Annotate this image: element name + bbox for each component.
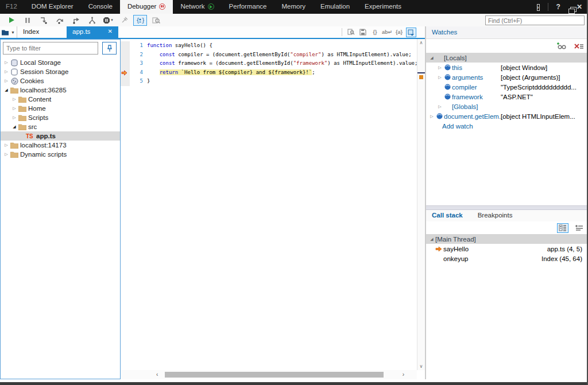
collapsed-expander-icon[interactable]: ▷ <box>11 115 18 120</box>
breakpoint-gutter[interactable] <box>121 50 130 60</box>
top-tab-debugger[interactable]: Debugger <box>120 0 173 14</box>
watch-row-this[interactable]: ▷this[object Window] <box>426 63 588 72</box>
undock-window-button[interactable]: › <box>537 3 540 11</box>
find-in-code-button[interactable] <box>346 28 356 37</box>
collapsed-expander-icon[interactable]: ▷ <box>436 65 443 70</box>
collapsed-expander-icon[interactable]: ▷ <box>3 69 10 74</box>
collapsed-expander-icon[interactable]: ▷ <box>436 75 443 80</box>
scroll-down-icon[interactable]: ∨ <box>417 364 425 369</box>
tree-item-app-ts[interactable]: TSapp.ts <box>1 131 120 141</box>
break-on-new-worker-button[interactable] <box>85 15 99 26</box>
add-watch-button[interactable] <box>556 41 567 51</box>
watch-row-arguments[interactable]: ▷arguments[object (Arguments)] <box>426 72 588 82</box>
collapsed-expander-icon[interactable]: ▷ <box>428 114 435 119</box>
collapsed-expander-icon[interactable]: ▷ <box>3 79 10 83</box>
tree-item-dynamic-scripts[interactable]: ▷Dynamic scripts <box>1 150 120 159</box>
code-line[interactable]: 4 return `Hello from ${compiler} and ${f… <box>121 68 417 77</box>
breakpoint-gutter[interactable] <box>121 77 130 86</box>
collapsed-expander-icon[interactable]: ▷ <box>436 104 443 109</box>
tree-item-local-storage[interactable]: ▷Local Storage <box>1 58 120 67</box>
watch-row-compiler[interactable]: compiler"TypeScriptdddddddddd... <box>426 82 588 92</box>
tree-item-localhost-14173[interactable]: ▷localhost:14173 <box>1 141 120 150</box>
tree-item-scripts[interactable]: ▷Scripts <box>1 113 120 122</box>
top-tab-experiments[interactable]: Experiments <box>357 0 409 14</box>
collapsed-expander-icon[interactable]: ▷ <box>3 143 10 147</box>
tree-item-cookies[interactable]: ▷Cookies <box>1 76 120 85</box>
file-filter-input[interactable] <box>3 42 98 55</box>
breakpoint-gutter[interactable] <box>121 59 130 68</box>
top-tab-console[interactable]: Console <box>81 0 120 14</box>
add-watch-label: Add watch <box>426 123 473 130</box>
file-tab-Index[interactable]: Index <box>17 26 67 38</box>
pretty-print-button[interactable]: {} <box>370 28 380 37</box>
close-tab-icon[interactable]: ✕ <box>108 28 113 38</box>
tree-item-session-storage[interactable]: ▷Session Storage <box>1 67 120 76</box>
code-line[interactable]: 5} <box>121 77 417 86</box>
stack-frame-sayhello[interactable]: sayHelloapp.ts (4, 5) <box>426 244 588 254</box>
tab-call-stack[interactable]: Call stack <box>432 212 463 221</box>
horizontal-scroll-thumb[interactable] <box>165 372 384 378</box>
scroll-right-icon[interactable]: › <box>403 371 404 378</box>
watch-row--locals-[interactable]: ◢[Locals] <box>426 53 588 63</box>
detach-debugger-button[interactable] <box>117 15 131 26</box>
pin-sidebar-button[interactable] <box>102 42 117 55</box>
expanded-expander-icon[interactable]: ◢ <box>11 125 18 129</box>
step-out-button[interactable] <box>69 15 83 26</box>
collapsed-expander-icon[interactable]: ▷ <box>3 152 10 157</box>
expanded-expander-icon[interactable]: ◢ <box>428 237 435 242</box>
collapsed-expander-icon[interactable]: ▷ <box>3 60 10 65</box>
expanded-expander-icon[interactable]: ◢ <box>3 88 10 92</box>
async-call-stacks-button[interactable] <box>573 223 585 233</box>
find-input[interactable] <box>485 15 585 25</box>
breakpoint-gutter[interactable] <box>121 41 130 50</box>
code-line[interactable]: 3 const framework = (document.getElement… <box>121 59 417 68</box>
scroll-left-icon[interactable]: ‹ <box>156 371 158 378</box>
continue-button[interactable] <box>5 15 18 26</box>
tree-item-content[interactable]: ▷Content <box>1 95 120 104</box>
step-over-button[interactable] <box>53 15 67 26</box>
editor-vertical-scrollbar[interactable]: ∧ ∨ <box>417 39 425 370</box>
close-devtools-button[interactable]: ✕ <box>577 3 582 11</box>
word-wrap-button[interactable]: ab↵ <box>382 28 392 37</box>
expanded-expander-icon[interactable]: ◢ <box>428 56 435 60</box>
exception-control-dropdown-icon[interactable]: ▾ <box>111 18 113 22</box>
source-map-toggle-button[interactable] <box>406 28 416 37</box>
tree-item-home[interactable]: ▷Home <box>1 104 120 113</box>
scroll-up-icon[interactable]: ∧ <box>417 40 425 45</box>
show-library-frames-button[interactable] <box>557 223 568 233</box>
top-tab-performance[interactable]: Performance <box>222 0 274 14</box>
tree-item-src[interactable]: ◢src <box>1 122 120 131</box>
exception-control-button[interactable]: ▾ <box>101 15 115 26</box>
collapsed-expander-icon[interactable]: ▷ <box>11 106 18 111</box>
watches-callstack-divider[interactable] <box>426 205 588 210</box>
find-references-button[interactable] <box>149 15 163 26</box>
debug-just-my-code-button[interactable]: {} <box>133 15 147 26</box>
code-editor[interactable]: 1function sayHello() {2 const compiler =… <box>121 39 425 379</box>
tab-breakpoints[interactable]: Breakpoints <box>478 212 513 221</box>
collapsed-expander-icon[interactable]: ▷ <box>11 97 18 102</box>
show-compiled-source-button[interactable]: {a} <box>394 28 404 37</box>
help-button[interactable]: ? <box>556 3 560 11</box>
code-line[interactable]: 1function sayHello() { <box>121 41 417 50</box>
folder-icon <box>18 96 27 103</box>
thread-row[interactable]: ◢[Main Thread] <box>426 234 588 244</box>
watch-row-document-getelem-[interactable]: ▷document.getElem...[object HTMLInputEle… <box>426 111 588 121</box>
top-tab-dom-explorer[interactable]: DOM Explorer <box>24 0 81 14</box>
file-tab-app-ts[interactable]: app.ts✕ <box>67 26 118 38</box>
code-line[interactable]: 2 const compiler = (document.getElementB… <box>121 50 417 60</box>
save-button[interactable] <box>358 28 368 37</box>
stack-frame-onkeyup[interactable]: onkeyupIndex (45, 64) <box>426 254 588 263</box>
top-tab-network[interactable]: Network <box>173 0 221 14</box>
top-tab-emulation[interactable]: Emulation <box>313 0 357 14</box>
step-into-button[interactable] <box>37 15 51 26</box>
editor-horizontal-scrollbar[interactable]: ‹ › <box>121 370 417 379</box>
tree-item-localhost-36285[interactable]: ◢localhost:36285 <box>1 85 120 95</box>
delete-all-watches-button[interactable] <box>573 41 585 51</box>
watch-row-framework[interactable]: framework"ASP.NET" <box>426 92 588 102</box>
top-tab-memory[interactable]: Memory <box>274 0 313 14</box>
source-picker-button[interactable]: ▼ <box>0 26 17 38</box>
watch-row--globals-[interactable]: ▷[Globals] <box>426 102 588 111</box>
break-button[interactable] <box>21 15 34 26</box>
breakpoint-gutter[interactable] <box>121 68 130 77</box>
add-watch-link[interactable]: Add watch <box>426 121 588 131</box>
